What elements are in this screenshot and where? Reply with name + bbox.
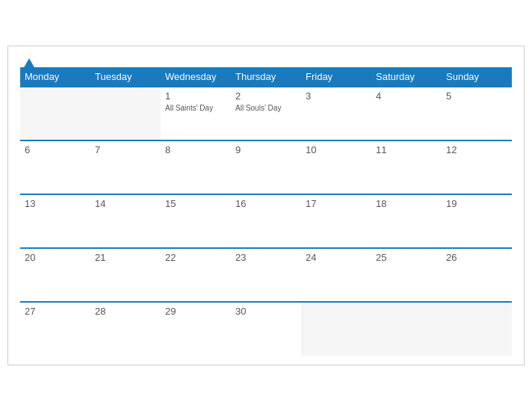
- calendar-header-row: MondayTuesdayWednesdayThursdayFridaySatu…: [20, 67, 512, 87]
- holiday-label: All Saints' Day: [165, 103, 226, 113]
- col-header-thursday: Thursday: [231, 67, 301, 87]
- calendar-day-cell: 23: [231, 248, 301, 302]
- calendar-day-cell: 10: [301, 140, 371, 194]
- day-number: 12: [446, 144, 507, 155]
- calendar-week-row: 1All Saints' Day2All Souls' Day345: [20, 87, 512, 140]
- logo-triangle-icon: [23, 58, 35, 69]
- logo-blue-text: [20, 58, 35, 69]
- day-number: 6: [25, 144, 86, 155]
- col-header-sunday: Sunday: [442, 67, 512, 87]
- calendar-day-cell: 19: [442, 194, 512, 248]
- day-number: 19: [446, 198, 507, 209]
- day-number: 8: [165, 144, 226, 155]
- calendar-table: MondayTuesdayWednesdayThursdayFridaySatu…: [20, 67, 512, 356]
- calendar-day-cell: 8: [161, 140, 231, 194]
- calendar-day-cell: 17: [301, 194, 371, 248]
- day-number: 28: [95, 306, 156, 317]
- calendar-day-cell: 18: [371, 194, 442, 248]
- calendar-day-cell: [442, 302, 512, 356]
- calendar-day-cell: 3: [301, 87, 371, 140]
- day-number: 7: [95, 144, 156, 155]
- calendar-day-cell: 26: [442, 248, 512, 302]
- calendar-day-cell: [371, 302, 442, 356]
- calendar-day-cell: 4: [371, 87, 442, 140]
- day-number: 21: [95, 252, 156, 263]
- day-number: 9: [235, 144, 297, 155]
- calendar-week-row: 6789101112: [20, 140, 512, 194]
- day-number: 17: [306, 198, 367, 209]
- calendar-day-cell: 21: [90, 248, 161, 302]
- day-number: 29: [165, 306, 226, 317]
- calendar-day-cell: [90, 87, 161, 140]
- calendar-day-cell: 29: [161, 302, 231, 356]
- logo: [20, 58, 35, 69]
- calendar-week-row: 27282930: [20, 302, 512, 356]
- col-header-monday: Monday: [20, 67, 90, 87]
- calendar-day-cell: 16: [231, 194, 301, 248]
- day-number: 25: [376, 252, 437, 263]
- col-header-wednesday: Wednesday: [161, 67, 231, 87]
- day-number: 13: [25, 198, 86, 209]
- calendar-day-cell: 5: [442, 87, 512, 140]
- day-number: 11: [376, 144, 437, 155]
- day-number: 18: [376, 198, 437, 209]
- calendar-day-cell: 30: [231, 302, 301, 356]
- calendar-day-cell: 24: [301, 248, 371, 302]
- calendar-day-cell: 14: [90, 194, 161, 248]
- calendar-week-row: 13141516171819: [20, 194, 512, 248]
- calendar-day-cell: 11: [371, 140, 442, 194]
- calendar-day-cell: [20, 87, 90, 140]
- col-header-friday: Friday: [301, 67, 371, 87]
- calendar-day-cell: 25: [371, 248, 442, 302]
- calendar-container: MondayTuesdayWednesdayThursdayFridaySatu…: [7, 46, 525, 365]
- day-number: 1: [165, 90, 226, 102]
- day-number: 23: [235, 252, 297, 263]
- col-header-tuesday: Tuesday: [90, 67, 161, 87]
- holiday-label: All Souls' Day: [235, 103, 297, 113]
- calendar-day-cell: 27: [20, 302, 90, 356]
- calendar-day-cell: 9: [231, 140, 301, 194]
- calendar-day-cell: 1All Saints' Day: [161, 87, 231, 140]
- calendar-day-cell: 7: [90, 140, 161, 194]
- day-number: 30: [235, 306, 297, 317]
- day-number: 5: [446, 90, 507, 102]
- day-number: 10: [306, 144, 367, 155]
- calendar-week-row: 20212223242526: [20, 248, 512, 302]
- day-number: 3: [306, 90, 367, 102]
- day-number: 26: [446, 252, 507, 263]
- calendar-day-cell: 12: [442, 140, 512, 194]
- calendar-day-cell: 13: [20, 194, 90, 248]
- day-number: 20: [25, 252, 86, 263]
- day-number: 4: [376, 90, 437, 102]
- day-number: 27: [25, 306, 86, 317]
- calendar-day-cell: [301, 302, 371, 356]
- day-number: 14: [95, 198, 156, 209]
- calendar-day-cell: 6: [20, 140, 90, 194]
- day-number: 16: [235, 198, 297, 209]
- day-number: 24: [306, 252, 367, 263]
- day-number: 22: [165, 252, 226, 263]
- calendar-day-cell: 22: [161, 248, 231, 302]
- col-header-saturday: Saturday: [371, 67, 442, 87]
- calendar-day-cell: 15: [161, 194, 231, 248]
- day-number: 2: [235, 90, 297, 102]
- calendar-day-cell: 28: [90, 302, 161, 356]
- calendar-day-cell: 2All Souls' Day: [231, 87, 301, 140]
- calendar-day-cell: 20: [20, 248, 90, 302]
- day-number: 15: [165, 198, 226, 209]
